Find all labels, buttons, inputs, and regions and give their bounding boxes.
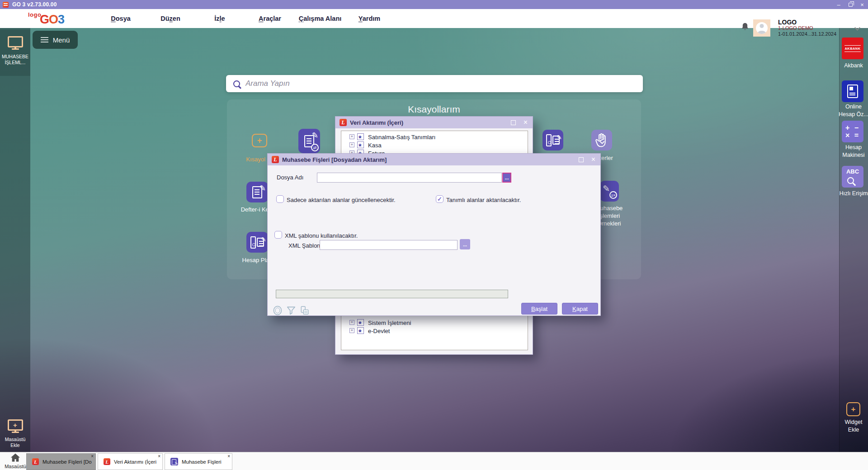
pencil-icon: ✎: [557, 134, 562, 141]
xml-browse-button[interactable]: ...: [460, 239, 470, 249]
file-browse-button[interactable]: ...: [502, 173, 511, 183]
checkbox-update-only-label: Sadece aktarılan alanlar güncellenecekti…: [287, 197, 396, 203]
close-icon[interactable]: ×: [524, 119, 528, 126]
window-titlebar: GO 3 v2.73.00.00 – ×: [0, 0, 868, 9]
expand-icon[interactable]: +: [349, 142, 354, 147]
xml-template-label: XML Şablonu: [288, 242, 324, 249]
menu-item-dosya[interactable]: Dosya: [111, 15, 131, 22]
shortcut-muhasebe-kayitlari-icon[interactable]: ✎: [542, 130, 563, 150]
menu-item-calisma-alani[interactable]: Çalışma Alanı: [299, 15, 342, 22]
restore-icon: [849, 3, 853, 7]
calculator-widget-icon[interactable]: + − × =: [842, 121, 863, 142]
menu-button-label: Menü: [53, 36, 70, 44]
xml-template-input[interactable]: [320, 240, 458, 250]
number-format-tool-icon[interactable]: [273, 306, 283, 315]
left-sidebar: MUHASEBE İŞLEML... + MasaüstüEkle: [0, 28, 30, 452]
akbank-logo: AKBANK: [844, 45, 861, 52]
menu-item-duzen[interactable]: Düzen: [160, 15, 180, 22]
tree-item[interactable]: + * Satınalma-Satış Tanımları: [341, 133, 528, 141]
logo-l-icon: L: [32, 458, 39, 465]
logo-word: logo: [28, 11, 41, 18]
search-input[interactable]: [245, 79, 643, 88]
statement-icon: [847, 85, 858, 98]
progress-bar: [276, 290, 508, 298]
desktop-add-button[interactable]: + MasaüstüEkle: [0, 413, 30, 448]
shortcut-defterler-icon[interactable]: [591, 130, 612, 150]
minimize-button[interactable]: –: [833, 0, 844, 9]
taskbar-tab-muhasebe-fisleri[interactable]: Muhasebe Fişleri ×: [165, 453, 232, 470]
checkbox-xml-template[interactable]: [274, 231, 282, 239]
checkbox-defined-fields[interactable]: ✓: [436, 195, 443, 203]
menu-item-izle[interactable]: İzle: [214, 15, 225, 22]
tree-item[interactable]: + * Sistem İşletmeni: [341, 319, 528, 327]
quick-access-widget-icon[interactable]: ABC: [842, 166, 863, 188]
taskbar-home-button[interactable]: Masaüstü: [3, 453, 28, 469]
close-button[interactable]: Kapat: [562, 303, 598, 315]
home-icon: [10, 453, 20, 462]
plus-icon: +: [851, 405, 856, 414]
akbank-widget-label: Akbank: [837, 62, 868, 70]
file-name-input[interactable]: [317, 173, 502, 183]
search-bar: [226, 75, 643, 92]
taskbar-tab-import[interactable]: L Veri Aktarımı (İçeri ×: [98, 453, 163, 470]
maximize-icon[interactable]: [511, 120, 516, 125]
close-icon[interactable]: ×: [591, 156, 595, 163]
expand-icon[interactable]: +: [349, 328, 354, 333]
maximize-icon[interactable]: [579, 157, 584, 162]
shortcut-defteri-kebir-icon[interactable]: ✎: [246, 182, 268, 202]
taskbar-home-label: Masaüstü: [3, 464, 28, 469]
akbank-widget-icon[interactable]: AKBANK: [842, 38, 863, 59]
taskbar: Masaüstü L Muhasebe Fişleri [Do × L Veri…: [0, 452, 868, 470]
close-icon[interactable]: ×: [227, 454, 230, 459]
user-info[interactable]: LOGO 1-LOGO DEMO 1-01.01.2024...31.12.20…: [778, 19, 836, 37]
tree-item[interactable]: + * Kasa: [341, 141, 528, 150]
shortcut-hesap-plani-icon[interactable]: ✎: [246, 232, 268, 253]
magnifier-icon: [847, 177, 854, 184]
user-avatar[interactable]: [753, 19, 770, 37]
hand-icon: [594, 132, 609, 148]
notifications-bell-icon[interactable]: [741, 22, 750, 32]
logo-letter-o: O: [49, 12, 58, 27]
user-period: 1-01.01.2024...31.12.2024: [778, 31, 836, 37]
online-hesap-widget-icon[interactable]: [842, 80, 863, 102]
shortcut-muhasebe-fisleri-icon[interactable]: ✎ ⇄: [298, 129, 320, 153]
filter-tool-icon[interactable]: [286, 306, 296, 315]
close-button[interactable]: ×: [856, 0, 868, 9]
logo-go3: logo G O 3: [28, 10, 64, 27]
add-shortcut-button[interactable]: +: [252, 134, 267, 147]
transfer-dialog-titlebar[interactable]: L Muhasebe Fişleri [Dosyadan Aktarım] ×: [268, 154, 600, 165]
menu-item-yardim[interactable]: Yardım: [359, 15, 380, 22]
taskbar-tab-transfer[interactable]: L Muhasebe Fişleri [Do ×: [26, 453, 96, 470]
user-firm: 1-LOGO DEMO: [778, 25, 836, 31]
start-button[interactable]: Başlat: [521, 303, 557, 315]
menu-item-araclar[interactable]: Araçlar: [259, 15, 281, 22]
shortcut-muhasebe-ornekleri-icon[interactable]: ✎ ±×: [600, 181, 619, 202]
tree-item[interactable]: + * e-Devlet: [341, 327, 528, 335]
menu-button[interactable]: Menü: [33, 31, 78, 49]
tree-node-icon: *: [357, 133, 364, 140]
online-hesap-widget-label: OnlineHesap Öz...: [837, 103, 868, 118]
import-dialog-titlebar[interactable]: L Veri Aktarımı (İçeri) ×: [335, 117, 533, 128]
expand-icon[interactable]: +: [349, 320, 354, 325]
checkbox-update-only[interactable]: [276, 195, 284, 203]
window-title: GO 3 v2.73.00.00: [12, 1, 57, 8]
widget-add-label: WidgetEkle: [837, 418, 868, 434]
layers-tool-icon[interactable]: [300, 306, 310, 315]
file-name-label: Dosya Adı: [277, 174, 303, 181]
close-icon[interactable]: ×: [91, 454, 94, 459]
user-name: LOGO: [778, 19, 836, 25]
sidebar-item-muhasebe-islemleri[interactable]: MUHASEBE İŞLEML...: [0, 30, 30, 76]
close-icon[interactable]: ×: [158, 454, 160, 459]
tree-node-icon: *: [357, 327, 364, 334]
import-dialog-title: Veri Aktarımı (İçeri): [350, 119, 403, 126]
document-gear-icon: [170, 458, 178, 465]
binder-icon: [250, 236, 256, 249]
expand-icon[interactable]: +: [349, 134, 354, 139]
widget-add-button[interactable]: +: [846, 402, 860, 416]
quick-access-widget-label: Hızlı Erişim: [837, 190, 868, 197]
plus-icon: +: [9, 421, 22, 429]
pencil-icon: ✎: [312, 132, 318, 139]
logo-l-icon: L: [340, 119, 347, 126]
restore-button[interactable]: [844, 0, 856, 9]
monitor-icon: [8, 36, 23, 47]
